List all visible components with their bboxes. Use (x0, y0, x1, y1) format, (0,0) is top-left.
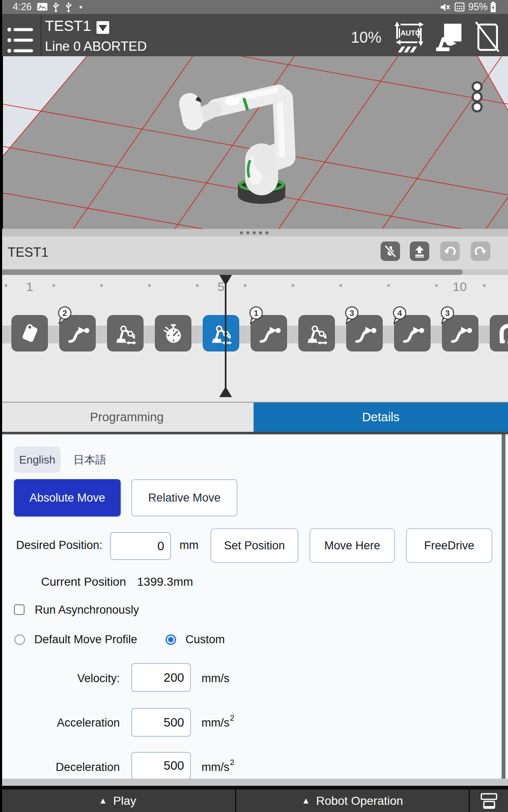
redo-icon (474, 245, 487, 258)
move-icon (257, 321, 281, 345)
undo-icon (444, 245, 456, 258)
freedrive-button[interactable]: FreeDrive (406, 528, 492, 563)
window-layout-button[interactable] (470, 790, 508, 812)
svg-text:AUTO: AUTO (400, 29, 421, 37)
timeline-step-robot[interactable] (298, 315, 335, 351)
viewport-menu-icon (472, 81, 483, 112)
panel-vertical-scrollbar[interactable] (502, 434, 505, 779)
timeline-step-robot[interactable] (107, 315, 144, 351)
move-here-button[interactable]: Move Here (309, 528, 395, 563)
program-bar (0, 236, 508, 269)
move-icon (400, 321, 424, 345)
tablet-disabled-icon[interactable] (474, 21, 500, 53)
timeline-step-timer[interactable] (155, 315, 191, 351)
ruler-tick (244, 284, 246, 287)
relative-move-button[interactable]: Relative Move (131, 479, 237, 516)
robot-operation-drawer-button[interactable]: ▲ Robot Operation (236, 790, 469, 812)
unit-base: mm/s (202, 716, 229, 730)
undo-button[interactable] (440, 241, 460, 261)
run-status: Line 0 ABORTED (45, 38, 147, 55)
velocity-unit: mm/s (202, 667, 229, 690)
viewport-page-indicator[interactable] (0, 229, 508, 236)
timeline-step-tag[interactable] (11, 315, 48, 351)
play-drawer-button[interactable]: ▲ Play (0, 790, 235, 812)
language-japanese[interactable]: 日本語 (71, 447, 109, 473)
run-async-checkbox[interactable] (14, 604, 25, 615)
robot-operation-label: Robot Operation (316, 794, 403, 808)
auto-mode-icon[interactable]: AUTO (394, 20, 424, 53)
tag-icon (18, 321, 41, 345)
usb-icon (65, 2, 72, 12)
timeline-cursor[interactable] (225, 275, 226, 397)
expand-up-icon: ▲ (99, 796, 107, 806)
timeline-step-robot-selected[interactable] (203, 315, 239, 351)
default-profile-radio[interactable] (14, 634, 25, 645)
robot-icon (209, 321, 233, 345)
tab-details[interactable]: Details (254, 403, 508, 432)
page-dot[interactable] (240, 231, 243, 234)
page-dot[interactable] (253, 231, 256, 234)
move-icon (448, 321, 472, 345)
upload-button[interactable] (410, 241, 429, 261)
step-count-badge: 3 (439, 305, 456, 325)
dropdown-caret-icon[interactable] (97, 21, 109, 34)
svg-text:2: 2 (63, 309, 67, 318)
panel-horizontal-scrollbar[interactable] (0, 779, 508, 786)
clock: 4:26 (13, 0, 32, 14)
ruler-tick (292, 284, 294, 287)
run-async-label: Run Asynchronously (35, 598, 139, 622)
cursor-top-handle[interactable] (219, 275, 232, 285)
robot-3d-viewport[interactable] (0, 56, 508, 229)
touch-disabled-icon (384, 245, 397, 258)
desired-position-unit: mm (179, 533, 199, 557)
header-divider (41, 15, 41, 56)
deceleration-unit: mm/s2 (202, 755, 235, 779)
usb-icon (52, 2, 59, 12)
unit-sup: 2 (230, 758, 235, 767)
move-icon (353, 321, 376, 345)
touch-disabled-button[interactable] (381, 241, 400, 261)
acceleration-input[interactable]: 500 (131, 708, 191, 737)
status-bar: 4:26 (0, 0, 508, 14)
language-english-chip[interactable]: English (14, 447, 61, 473)
program-title[interactable]: TEST1 (45, 18, 91, 34)
velocity-input[interactable]: 200 (131, 663, 191, 692)
unit-sup: 2 (230, 713, 235, 723)
program-scrollbar-thumb[interactable] (0, 269, 463, 275)
step-count-badge: 2 (57, 305, 73, 325)
absolute-move-button[interactable]: Absolute Move (14, 479, 121, 516)
robot-tool-icon[interactable] (433, 23, 462, 52)
ruler-tick (52, 284, 55, 287)
set-position-button[interactable]: Set Position (210, 528, 298, 563)
unit-base: mm/s (202, 761, 229, 774)
program-name: TEST1 (8, 242, 48, 263)
expand-up-icon: ▲ (302, 796, 310, 806)
acceleration-label: Acceleration (42, 711, 120, 735)
robot-icon (305, 321, 329, 345)
teach-pendant-screen: 4:26 (0, 0, 508, 812)
page-dot[interactable] (265, 231, 268, 234)
speed-override[interactable]: 10% (347, 27, 385, 48)
page-dot[interactable] (259, 231, 262, 234)
ruler-tick (340, 284, 342, 287)
dot-icon (80, 6, 82, 8)
tab-programming[interactable]: Programming (0, 403, 254, 432)
current-position-row: Current Position 1399.3mm (41, 570, 193, 594)
desired-position-input[interactable]: 0 (110, 532, 171, 560)
redo-button[interactable] (471, 241, 490, 261)
menu-icon[interactable] (6, 25, 33, 55)
battery-percent: 95% (468, 0, 488, 14)
sim-grid-icon (455, 3, 465, 12)
ruler-tick (5, 284, 7, 287)
move-icon (66, 321, 89, 345)
custom-profile-radio[interactable] (166, 634, 176, 645)
upload-icon (413, 245, 426, 258)
step-count-badge: 1 (248, 305, 264, 325)
page-dot[interactable] (246, 231, 249, 234)
timeline-step-clamp[interactable] (490, 315, 508, 351)
deceleration-input[interactable]: 500 (131, 752, 191, 779)
cursor-bottom-handle[interactable] (219, 387, 232, 397)
mute-icon (440, 3, 450, 12)
ruler-tick (483, 284, 486, 287)
ruler-tick (148, 284, 151, 287)
